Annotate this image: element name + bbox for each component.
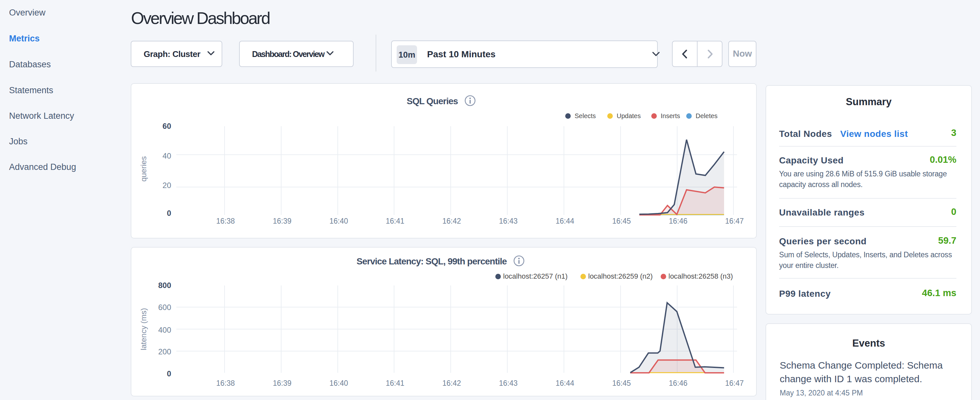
svg-text:16:46: 16:46: [669, 217, 687, 225]
svg-text:queries: queries: [139, 156, 148, 182]
svg-text:0: 0: [167, 369, 171, 378]
svg-text:60: 60: [162, 122, 171, 131]
svg-text:16:41: 16:41: [386, 217, 404, 225]
svg-text:20: 20: [162, 181, 171, 190]
svg-text:16:38: 16:38: [216, 217, 235, 225]
svg-text:16:38: 16:38: [216, 379, 235, 387]
svg-text:latency (ms): latency (ms): [139, 308, 148, 351]
svg-text:16:43: 16:43: [499, 217, 518, 225]
svg-text:800: 800: [158, 281, 171, 290]
svg-text:400: 400: [158, 325, 171, 334]
svg-text:16:44: 16:44: [555, 217, 574, 225]
svg-text:0: 0: [167, 209, 171, 217]
svg-text:16:39: 16:39: [273, 379, 291, 387]
svg-text:16:40: 16:40: [329, 379, 348, 387]
svg-text:16:42: 16:42: [442, 217, 461, 225]
svg-text:16:41: 16:41: [386, 379, 404, 387]
svg-text:16:45: 16:45: [612, 217, 631, 225]
svg-text:16:45: 16:45: [612, 379, 631, 387]
svg-text:16:43: 16:43: [499, 379, 518, 387]
svg-text:16:40: 16:40: [329, 217, 348, 225]
svg-text:40: 40: [162, 151, 171, 160]
svg-text:16:47: 16:47: [725, 379, 744, 387]
svg-text:200: 200: [158, 347, 171, 356]
svg-text:16:44: 16:44: [555, 379, 574, 387]
svg-text:600: 600: [158, 303, 171, 312]
svg-text:16:39: 16:39: [273, 217, 291, 225]
svg-text:16:42: 16:42: [442, 379, 461, 387]
svg-text:16:46: 16:46: [669, 379, 687, 387]
svg-text:16:47: 16:47: [725, 217, 744, 225]
